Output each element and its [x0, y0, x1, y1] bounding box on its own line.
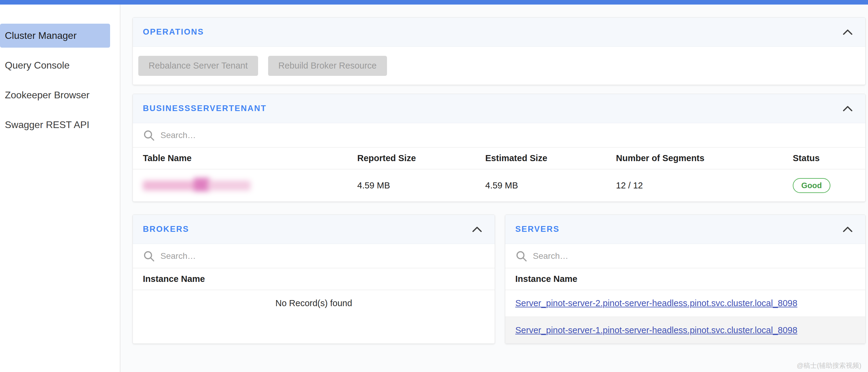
redacted-table-name[interactable]	[143, 178, 357, 193]
status-badge: Good	[793, 178, 830, 193]
tenant-search-input[interactable]	[160, 130, 311, 141]
brokers-card: BROKERS Instance Name No Record(s) found	[132, 214, 495, 344]
operations-card-body: Rebalance Server Tenant Rebuild Broker R…	[133, 47, 865, 85]
tenant-table-header: Table Name Reported Size Estimated Size …	[133, 147, 865, 169]
redacted-blur	[143, 178, 250, 193]
servers-card: SERVERS Instance Name Server_pinot-serve…	[505, 214, 866, 344]
tenant-collapse-button[interactable]	[843, 106, 852, 112]
brokers-card-header: BROKERS	[133, 215, 495, 244]
status-cell: Good	[793, 178, 865, 193]
tenant-card-title: BUSINESSSERVERTENANT	[143, 104, 267, 113]
server-row: Server_pinot-server-2.pinot-server-headl…	[505, 290, 865, 317]
sidebar-item-label: Swagger REST API	[5, 119, 90, 131]
brokers-search-input[interactable]	[160, 251, 311, 261]
search-icon	[143, 250, 155, 262]
sidebar: Cluster Manager Query Console Zookeeper …	[0, 4, 120, 372]
sidebar-item-label: Query Console	[5, 60, 69, 71]
tenant-table-row[interactable]: 4.59 MB 4.59 MB 12 / 12 Good	[133, 169, 865, 201]
brokers-collapse-button[interactable]	[472, 226, 482, 232]
search-icon	[143, 129, 155, 141]
chevron-up-icon	[472, 226, 482, 232]
operations-card-header: OPERATIONS	[133, 18, 865, 47]
bottom-cards-row: BROKERS Instance Name No Record(s) found…	[132, 214, 866, 344]
estimated-size-cell: 4.59 MB	[485, 180, 616, 191]
brokers-card-title: BROKERS	[143, 225, 189, 234]
watermark: @稿士(辅助搜索视频)	[797, 361, 861, 370]
chevron-up-icon	[843, 29, 852, 35]
servers-card-title: SERVERS	[515, 225, 560, 234]
main-content: OPERATIONS Rebalance Server Tenant Rebui…	[120, 4, 868, 372]
column-header-table-name: Table Name	[143, 153, 357, 163]
servers-search-row	[505, 244, 865, 268]
column-header-estimated-size: Estimated Size	[485, 153, 616, 163]
sidebar-item-label: Cluster Manager	[5, 30, 77, 41]
tenant-search-row	[133, 123, 865, 147]
brokers-column-header-instance-name: Instance Name	[133, 268, 495, 290]
column-header-reported-size: Reported Size	[357, 153, 485, 163]
app-layout: Cluster Manager Query Console Zookeeper …	[0, 4, 868, 372]
servers-column-header-instance-name: Instance Name	[505, 268, 865, 290]
app-topbar	[0, 0, 868, 4]
tenant-card-header: BUSINESSSERVERTENANT	[133, 94, 865, 123]
sidebar-item-cluster-manager[interactable]: Cluster Manager	[0, 24, 110, 48]
rebalance-server-tenant-button[interactable]: Rebalance Server Tenant	[138, 56, 258, 76]
servers-card-header: SERVERS	[505, 215, 865, 244]
sidebar-item-label: Zookeeper Browser	[5, 89, 90, 101]
server-instance-link[interactable]: Server_pinot-server-1.pinot-server-headl…	[515, 325, 797, 335]
server-row: Server_pinot-server-1.pinot-server-headl…	[505, 317, 865, 343]
reported-size-cell: 4.59 MB	[357, 180, 485, 191]
rebuild-broker-resource-button[interactable]: Rebuild Broker Resource	[268, 56, 387, 76]
segments-cell: 12 / 12	[616, 180, 793, 191]
sidebar-item-query-console[interactable]: Query Console	[0, 53, 110, 77]
operations-card: OPERATIONS Rebalance Server Tenant Rebui…	[132, 17, 866, 85]
chevron-up-icon	[843, 226, 852, 232]
operations-collapse-button[interactable]	[843, 29, 852, 35]
chevron-up-icon	[843, 106, 852, 112]
search-icon	[515, 250, 527, 262]
brokers-search-row	[133, 244, 495, 268]
sidebar-item-zookeeper-browser[interactable]: Zookeeper Browser	[0, 83, 110, 107]
servers-collapse-button[interactable]	[843, 226, 852, 232]
column-header-number-of-segments: Number of Segments	[616, 153, 793, 163]
sidebar-item-swagger-rest-api[interactable]: Swagger REST API	[0, 113, 110, 137]
tenant-card: BUSINESSSERVERTENANT Table Name Reported…	[132, 94, 866, 202]
operations-card-title: OPERATIONS	[143, 27, 204, 37]
brokers-empty-state: No Record(s) found	[133, 290, 495, 316]
servers-search-input[interactable]	[532, 251, 684, 261]
server-instance-link[interactable]: Server_pinot-server-2.pinot-server-headl…	[515, 298, 797, 308]
column-header-status: Status	[793, 153, 865, 163]
